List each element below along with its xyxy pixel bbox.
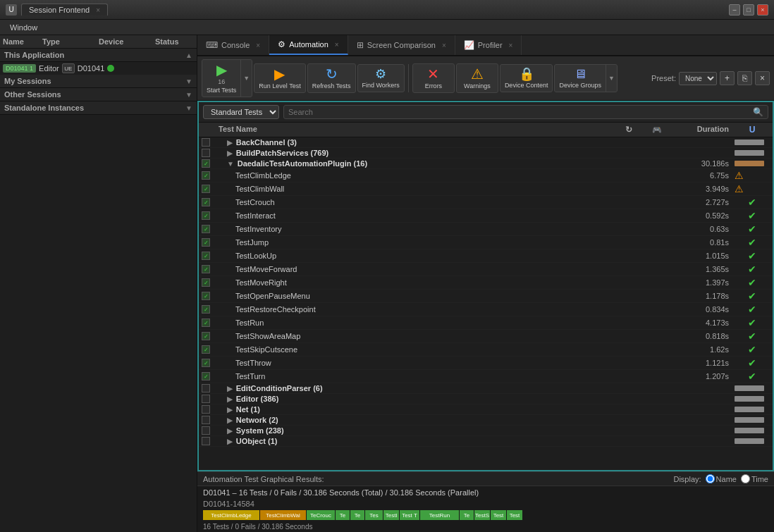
table-row[interactable]: ✓TestShowAreaMap0.818s✔ bbox=[199, 330, 773, 343]
device-content-button[interactable]: 🔒 Device Content bbox=[500, 64, 553, 92]
table-row[interactable]: ✓TestMoveForward1.365s✔ bbox=[199, 263, 773, 276]
display-time-radio[interactable] bbox=[741, 474, 750, 483]
tab-automation-close[interactable]: × bbox=[335, 41, 339, 49]
this-application-arrow[interactable]: ▲ bbox=[185, 51, 192, 59]
row-checkbox[interactable]: ✓ bbox=[202, 238, 210, 247]
maximize-btn[interactable]: □ bbox=[743, 4, 754, 16]
row-checkbox[interactable] bbox=[202, 149, 210, 157]
table-row[interactable]: ✓TestMoveRight1.397s✔ bbox=[199, 276, 773, 290]
row-checkbox[interactable] bbox=[202, 384, 210, 392]
row-checkbox[interactable]: ✓ bbox=[202, 305, 210, 314]
table-row[interactable]: ✓TestOpenPauseMenu1.178s✔ bbox=[199, 290, 773, 303]
table-row[interactable]: ✓TestSkipCutscene1.62s✔ bbox=[199, 343, 773, 357]
menu-window[interactable]: Window bbox=[4, 22, 43, 33]
tab-console[interactable]: ⌨ Console × bbox=[197, 35, 269, 55]
row-checkbox[interactable]: ✓ bbox=[202, 278, 210, 287]
tab-automation[interactable]: ⚙ Automation × bbox=[269, 35, 348, 55]
right-panel: ⌨ Console × ⚙ Automation × ⊞ Screen Comp… bbox=[197, 35, 774, 532]
window-tab[interactable]: Session Frontend × bbox=[21, 4, 108, 16]
tab-console-close[interactable]: × bbox=[256, 42, 260, 49]
row-checkbox[interactable]: ✓ bbox=[202, 252, 210, 260]
row-checkbox[interactable]: ✓ bbox=[202, 292, 210, 300]
row-checkbox[interactable] bbox=[202, 426, 210, 435]
table-row[interactable]: ✓TestTurn1.207s✔ bbox=[199, 370, 773, 383]
tab-screen-comparison[interactable]: ⊞ Screen Comparison × bbox=[348, 35, 455, 55]
table-row[interactable]: ✓TestClimbWall3.949s⚠ bbox=[199, 183, 773, 196]
table-row[interactable]: ✓▼ DaedalicTestAutomationPlugin (16)30.1… bbox=[199, 159, 773, 169]
display-name-radio[interactable] bbox=[706, 474, 715, 483]
tab-screen-comparison-close[interactable]: × bbox=[442, 42, 446, 49]
device-content-icon: 🔒 bbox=[519, 68, 534, 80]
table-row[interactable]: ▶ Network (2) bbox=[199, 415, 773, 426]
table-row[interactable]: ✓TestInventory0.63s✔ bbox=[199, 223, 773, 236]
my-sessions-arrow[interactable]: ▼ bbox=[185, 78, 192, 85]
table-row[interactable]: ✓TestJump0.81s✔ bbox=[199, 236, 773, 249]
toolbar-separator-1 bbox=[408, 64, 409, 92]
row-checkbox[interactable]: ✓ bbox=[202, 318, 210, 327]
table-row[interactable]: ✓TestThrow1.121s✔ bbox=[199, 357, 773, 370]
row-checkbox[interactable]: ✓ bbox=[202, 345, 210, 354]
find-workers-button[interactable]: ⚙ Find Workers bbox=[357, 64, 405, 92]
table-row[interactable]: ▶ Editor (386) bbox=[199, 394, 773, 404]
device-groups-dropdown[interactable]: ▼ bbox=[606, 65, 617, 92]
test-type-select[interactable]: Standard Tests bbox=[203, 105, 279, 119]
table-row[interactable]: ✓TestLookUp1.015s✔ bbox=[199, 249, 773, 263]
table-row[interactable]: ▶ UObject (1) bbox=[199, 436, 773, 447]
preset-copy-button[interactable]: ⎘ bbox=[737, 71, 752, 85]
row-checkbox[interactable]: ✓ bbox=[202, 198, 210, 206]
table-row[interactable]: ✓TestClimbLedge6.75s⚠ bbox=[199, 169, 773, 183]
row-checkbox[interactable]: ✓ bbox=[202, 159, 210, 168]
row-result bbox=[735, 438, 770, 444]
preset-add-button[interactable]: + bbox=[720, 71, 735, 85]
row-checkbox[interactable]: ✓ bbox=[202, 185, 210, 193]
row-checkbox[interactable]: ✓ bbox=[202, 225, 210, 233]
row-checkbox[interactable]: ✓ bbox=[202, 359, 210, 367]
device-row[interactable]: D01041 1 Editor UE D01041 bbox=[0, 62, 197, 75]
table-row[interactable]: ▶ Net (1) bbox=[199, 404, 773, 415]
device-groups-button[interactable]: 🖥 Device Groups ▼ bbox=[554, 64, 617, 92]
display-time-option[interactable]: Time bbox=[741, 474, 768, 483]
table-row[interactable]: ▶ EditConditionParser (6) bbox=[199, 383, 773, 394]
display-options: Display: Name Time bbox=[673, 474, 768, 483]
errors-button[interactable]: ✕ Errors bbox=[412, 63, 455, 93]
standalone-arrow[interactable]: ▼ bbox=[185, 104, 192, 112]
row-checkbox[interactable] bbox=[202, 437, 210, 445]
start-tests-main[interactable]: ▶ 16 Start Tests bbox=[202, 60, 240, 97]
row-checkbox[interactable]: ✓ bbox=[202, 332, 210, 340]
row-checkbox[interactable] bbox=[202, 405, 210, 414]
run-level-test-button[interactable]: ▶ Run Level Test bbox=[254, 63, 305, 93]
table-row[interactable]: ✓TestRestoreCheckpoint0.834s✔ bbox=[199, 303, 773, 316]
table-row[interactable]: ▶ BackChannel (3) bbox=[199, 137, 773, 148]
refresh-tests-button[interactable]: ↻ Refresh Tests bbox=[307, 63, 356, 93]
tab-profiler[interactable]: 📈 Profiler × bbox=[455, 35, 522, 55]
table-row[interactable]: ✓TestInteract0.592s✔ bbox=[199, 209, 773, 223]
window-close[interactable]: × bbox=[96, 6, 100, 14]
close-btn[interactable]: × bbox=[757, 4, 768, 16]
preset-delete-button[interactable]: × bbox=[755, 71, 770, 85]
start-tests-button[interactable]: ▶ 16 Start Tests ▼ bbox=[202, 59, 252, 97]
table-row[interactable]: ▶ BuildPatchServices (769) bbox=[199, 148, 773, 159]
preset-select[interactable]: None bbox=[679, 72, 717, 85]
display-name-option[interactable]: Name bbox=[706, 474, 737, 483]
table-row[interactable]: ✓TestRun4.173s✔ bbox=[199, 316, 773, 330]
row-duration: 1.62s bbox=[671, 345, 735, 354]
row-checkbox[interactable] bbox=[202, 395, 210, 403]
row-checkbox[interactable]: ✓ bbox=[202, 211, 210, 220]
device-groups-main[interactable]: 🖥 Device Groups bbox=[555, 65, 606, 92]
warnings-button[interactable]: ⚠ Warnings bbox=[456, 63, 498, 93]
row-checkbox[interactable] bbox=[202, 416, 210, 424]
search-input[interactable] bbox=[288, 108, 753, 116]
minimize-btn[interactable]: – bbox=[729, 4, 740, 16]
start-tests-dropdown[interactable]: ▼ bbox=[240, 60, 252, 97]
row-duration: 0.63s bbox=[671, 225, 735, 233]
table-row[interactable]: ▶ System (238) bbox=[199, 426, 773, 436]
row-checkbox[interactable] bbox=[202, 138, 210, 147]
screen-comparison-icon: ⊞ bbox=[357, 40, 364, 50]
row-checkbox[interactable]: ✓ bbox=[202, 265, 210, 273]
other-sessions-arrow[interactable]: ▼ bbox=[185, 91, 192, 99]
header-checkbox bbox=[202, 125, 219, 135]
tab-profiler-close[interactable]: × bbox=[509, 42, 513, 49]
row-checkbox[interactable]: ✓ bbox=[202, 372, 210, 381]
row-checkbox[interactable]: ✓ bbox=[202, 171, 210, 180]
table-row[interactable]: ✓TestCrouch2.727s✔ bbox=[199, 196, 773, 209]
